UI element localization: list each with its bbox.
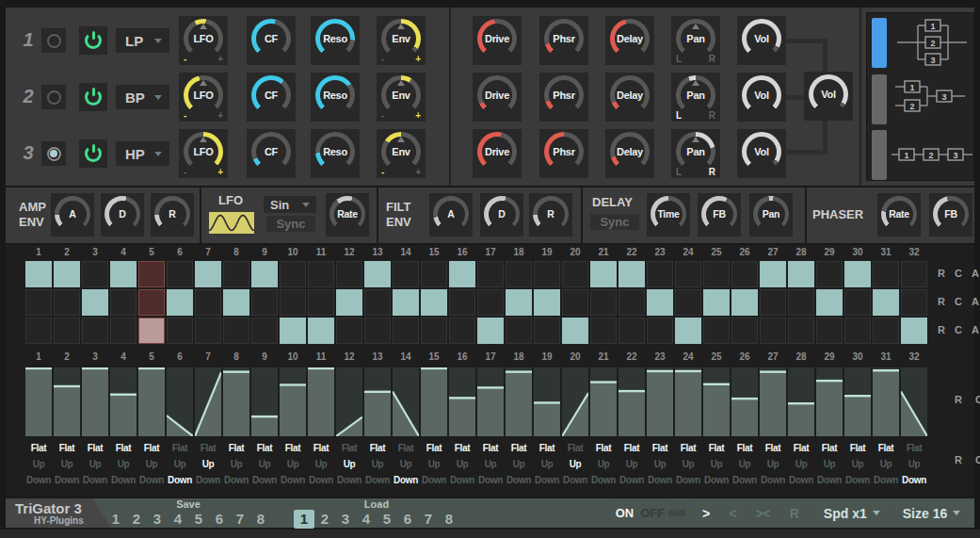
c-button[interactable]: C: [953, 324, 964, 335]
shape-option-down[interactable]: Down: [873, 472, 899, 488]
lfo-sync-button[interactable]: Sync: [266, 216, 315, 232]
shape-option-flat[interactable]: Flat: [506, 440, 532, 456]
gate-step-13[interactable]: [364, 289, 391, 316]
shape-option-up[interactable]: Up: [816, 456, 843, 472]
gate-step-24[interactable]: [675, 261, 701, 287]
level-step-1[interactable]: [25, 367, 52, 436]
gate-step-27[interactable]: [760, 289, 786, 316]
shape-option-down[interactable]: Down: [590, 472, 617, 488]
shape-option-flat[interactable]: Flat: [731, 440, 758, 456]
shape-option-flat[interactable]: Flat: [477, 440, 504, 456]
gate-step-17[interactable]: [477, 289, 504, 316]
gate-step-10[interactable]: [280, 261, 306, 287]
load-slot-2[interactable]: 2: [314, 510, 335, 529]
gate-step-1[interactable]: [25, 318, 52, 344]
shape-option-down[interactable]: Down: [703, 472, 730, 488]
level-step-18[interactable]: [506, 367, 532, 436]
gate-step-11[interactable]: [308, 261, 334, 287]
gate-step-23[interactable]: [647, 289, 673, 316]
pan-knob[interactable]: PanLR: [671, 16, 720, 65]
lfo-wave-display[interactable]: [209, 212, 254, 234]
gate-step-2[interactable]: [54, 289, 80, 316]
gate-step-30[interactable]: [844, 318, 871, 344]
ping-pong-button[interactable]: ><: [755, 506, 770, 521]
c-button[interactable]: C: [973, 454, 980, 465]
shape-option-down[interactable]: Down: [731, 472, 758, 488]
gate-step-19[interactable]: [534, 318, 560, 344]
gate-step-30[interactable]: [844, 289, 871, 316]
lfo-knob[interactable]: LFO-+: [179, 16, 228, 65]
gate-step-27[interactable]: [760, 318, 786, 344]
vol-knob[interactable]: Vol: [737, 16, 786, 65]
save-slot-8[interactable]: 8: [250, 510, 271, 529]
shape-option-up[interactable]: Up: [619, 456, 645, 472]
gate-step-3[interactable]: [82, 318, 108, 344]
phaser-feedback-knob[interactable]: FB: [929, 193, 972, 236]
shape-option-flat[interactable]: Flat: [251, 440, 278, 456]
gate-step-2[interactable]: [54, 318, 80, 344]
level-step-9[interactable]: [251, 367, 278, 436]
shape-option-down[interactable]: Down: [844, 472, 871, 488]
level-step-12[interactable]: [336, 367, 362, 436]
shape-option-down[interactable]: Down: [393, 472, 419, 488]
shape-option-flat[interactable]: Flat: [82, 440, 108, 456]
reso-knob[interactable]: Reso: [311, 129, 360, 178]
shape-option-flat[interactable]: Flat: [901, 440, 927, 456]
level-step-19[interactable]: [534, 367, 560, 436]
gate-step-29[interactable]: [816, 261, 843, 287]
shape-option-up[interactable]: Up: [873, 456, 899, 472]
level-step-32[interactable]: [901, 367, 927, 436]
drive-knob[interactable]: Drive: [473, 73, 522, 122]
vol-knob[interactable]: Vol: [737, 129, 786, 178]
gate-step-14[interactable]: [393, 261, 419, 287]
shape-option-up[interactable]: Up: [336, 456, 362, 472]
gate-step-6[interactable]: [167, 289, 193, 316]
shape-option-flat[interactable]: Flat: [703, 440, 730, 456]
shape-option-down[interactable]: Down: [816, 472, 843, 488]
shape-option-up[interactable]: Up: [590, 456, 617, 472]
gate-step-21[interactable]: [590, 318, 617, 344]
shape-option-down[interactable]: Down: [421, 472, 447, 488]
gate-step-17[interactable]: [477, 261, 504, 287]
shape-option-down[interactable]: Down: [336, 472, 362, 488]
gate-step-9[interactable]: [251, 318, 278, 344]
shape-option-flat[interactable]: Flat: [364, 440, 391, 456]
gate-step-22[interactable]: [619, 318, 645, 344]
a-button[interactable]: A: [970, 324, 980, 335]
level-step-2[interactable]: [54, 367, 80, 436]
load-slot-3[interactable]: 3: [335, 510, 356, 529]
gate-step-26[interactable]: [731, 318, 758, 344]
gate-step-3[interactable]: [82, 289, 108, 316]
lfo-wave-type-dropdown[interactable]: Sin: [264, 196, 316, 213]
c-button[interactable]: C: [953, 268, 964, 279]
drive-knob[interactable]: Drive: [473, 16, 522, 65]
load-slot-6[interactable]: 6: [397, 510, 418, 529]
channel-select-radio[interactable]: [41, 141, 66, 166]
gate-step-13[interactable]: [364, 261, 391, 287]
shape-option-flat[interactable]: Flat: [54, 440, 80, 456]
filt-decay-knob[interactable]: D: [480, 193, 523, 236]
gate-step-31[interactable]: [873, 318, 899, 344]
pan-knob[interactable]: PanLR: [671, 73, 720, 122]
gate-step-23[interactable]: [647, 261, 673, 287]
save-slot-1[interactable]: 1: [105, 510, 126, 529]
size-dropdown[interactable]: Size 16: [903, 506, 960, 521]
gate-step-32[interactable]: [901, 261, 927, 287]
shape-option-up[interactable]: Up: [223, 456, 249, 472]
level-step-13[interactable]: [364, 367, 391, 436]
shape-option-down[interactable]: Down: [901, 472, 927, 488]
routing-option-series[interactable]: [872, 130, 887, 180]
gate-step-16[interactable]: [449, 289, 475, 316]
shape-option-up[interactable]: Up: [25, 456, 52, 472]
shape-option-up[interactable]: Up: [393, 456, 419, 472]
level-step-10[interactable]: [280, 367, 306, 436]
amp-release-knob[interactable]: R: [151, 193, 194, 236]
gate-step-16[interactable]: [449, 261, 475, 287]
gate-step-22[interactable]: [619, 261, 645, 287]
gate-step-23[interactable]: [647, 318, 673, 344]
shape-option-flat[interactable]: Flat: [873, 440, 899, 456]
pan-knob[interactable]: PanLR: [671, 129, 720, 178]
gate-step-20[interactable]: [562, 289, 588, 316]
load-slot-4[interactable]: 4: [356, 510, 377, 529]
level-step-15[interactable]: [421, 367, 447, 436]
